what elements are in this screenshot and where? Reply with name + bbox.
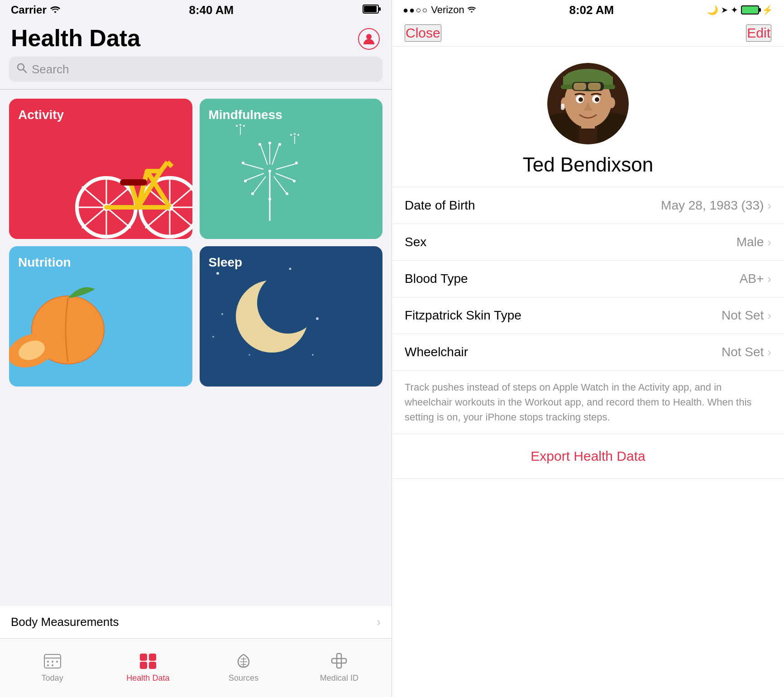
svg-point-68 bbox=[216, 272, 219, 275]
info-list: Date of Birth May 28, 1983 (33) › Sex Ma… bbox=[392, 187, 784, 697]
svg-rect-2 bbox=[379, 7, 381, 11]
blood-type-value: AB+ bbox=[740, 272, 764, 286]
carrier-label: Carrier bbox=[11, 4, 47, 16]
svg-rect-91 bbox=[337, 654, 341, 668]
blood-type-chevron: › bbox=[767, 272, 771, 286]
dob-row[interactable]: Date of Birth May 28, 1983 (33) › bbox=[392, 187, 784, 224]
svg-point-85 bbox=[52, 664, 53, 666]
svg-point-53 bbox=[268, 198, 271, 201]
svg-line-13 bbox=[106, 186, 131, 207]
avatar-image bbox=[547, 63, 629, 144]
svg-point-73 bbox=[316, 317, 319, 320]
skin-type-row[interactable]: Fitzpatrick Skin Type Not Set › bbox=[392, 297, 784, 334]
health-data-tab-icon bbox=[139, 653, 157, 671]
time-left: 8:40 AM bbox=[189, 3, 234, 17]
skin-type-chevron: › bbox=[767, 309, 771, 323]
carrier-right: ●●○○ Verizon bbox=[403, 4, 476, 16]
svg-line-39 bbox=[253, 177, 266, 193]
svg-point-78 bbox=[257, 272, 319, 334]
tab-today[interactable]: Today bbox=[5, 653, 100, 683]
today-icon bbox=[43, 653, 62, 671]
svg-line-37 bbox=[276, 164, 296, 169]
svg-rect-33 bbox=[120, 179, 147, 186]
dob-value: May 28, 1983 (33) bbox=[661, 198, 764, 213]
svg-point-106 bbox=[595, 97, 599, 102]
tab-health-data[interactable]: Health Data bbox=[100, 653, 196, 683]
svg-point-62 bbox=[294, 133, 296, 135]
sex-label: Sex bbox=[405, 235, 426, 249]
sleep-tile[interactable]: Sleep bbox=[200, 246, 383, 387]
carrier-text: Carrier bbox=[11, 4, 60, 16]
signal-dots: ●●○○ bbox=[403, 5, 428, 15]
svg-point-75 bbox=[249, 354, 250, 356]
svg-rect-101 bbox=[574, 83, 586, 90]
blood-type-label: Blood Type bbox=[405, 272, 468, 286]
wheelchair-note: Track pushes instead of steps on Apple W… bbox=[392, 371, 784, 434]
skin-type-value: Not Set bbox=[722, 308, 764, 323]
svg-rect-109 bbox=[561, 104, 564, 110]
body-measurements-label: Body Measurements bbox=[11, 615, 119, 629]
profile-icon-button[interactable] bbox=[357, 27, 381, 51]
location-icon: ➤ bbox=[721, 5, 728, 15]
moon-icon: 🌙 bbox=[707, 5, 718, 15]
search-bar[interactable]: Search bbox=[9, 57, 382, 82]
svg-point-3 bbox=[366, 34, 372, 39]
medical-id-tab-label: Medical ID bbox=[320, 673, 359, 683]
svg-rect-1 bbox=[364, 6, 377, 12]
blood-type-row[interactable]: Blood Type AB+ › bbox=[392, 261, 784, 297]
tile-grid: Activity bbox=[9, 99, 382, 387]
activity-tile[interactable]: Activity bbox=[9, 99, 192, 239]
right-panel: ●●○○ Verizon 8:02 AM 🌙 ➤ ✦ ⚡ Close Edit bbox=[392, 0, 784, 697]
left-panel: Carrier 8:40 AM Health Data bbox=[0, 0, 392, 697]
skin-type-label: Fitzpatrick Skin Type bbox=[405, 308, 521, 323]
svg-point-81 bbox=[47, 661, 49, 663]
close-button[interactable]: Close bbox=[405, 24, 441, 42]
svg-point-74 bbox=[212, 336, 214, 338]
svg-point-34 bbox=[268, 170, 271, 172]
svg-line-14 bbox=[82, 207, 106, 228]
svg-line-5 bbox=[24, 70, 27, 73]
svg-point-76 bbox=[312, 354, 314, 356]
profile-section: Ted Bendixson bbox=[392, 47, 784, 187]
nutrition-tile[interactable]: Nutrition bbox=[9, 246, 192, 387]
wheelchair-label: Wheelchair bbox=[405, 345, 468, 359]
svg-rect-92 bbox=[332, 659, 346, 663]
svg-rect-102 bbox=[588, 83, 601, 90]
nutrition-label: Nutrition bbox=[18, 255, 183, 270]
page-title: Health Data bbox=[11, 25, 140, 51]
mindfulness-label: Mindfulness bbox=[209, 108, 374, 122]
svg-rect-86 bbox=[140, 654, 147, 661]
tab-bar: Today Health Data bbox=[0, 638, 392, 697]
sources-icon bbox=[234, 653, 253, 671]
search-placeholder: Search bbox=[32, 62, 69, 76]
svg-line-12 bbox=[82, 186, 106, 207]
nav-bar-right: Close Edit bbox=[392, 20, 784, 47]
time-right: 8:02 AM bbox=[569, 3, 614, 17]
mindfulness-tile[interactable]: Mindfulness bbox=[200, 99, 383, 239]
svg-line-25 bbox=[170, 207, 192, 228]
search-icon bbox=[16, 62, 27, 76]
bluetooth-icon: ✦ bbox=[731, 5, 738, 15]
wheelchair-value-wrap: Not Set › bbox=[722, 345, 771, 359]
sex-value: Male bbox=[736, 235, 764, 249]
skin-type-value-wrap: Not Set › bbox=[722, 308, 771, 323]
body-measurements-row[interactable]: Body Measurements › bbox=[0, 606, 392, 638]
battery-left bbox=[363, 5, 381, 15]
svg-line-42 bbox=[276, 173, 293, 180]
svg-point-58 bbox=[239, 124, 241, 126]
svg-line-38 bbox=[274, 177, 286, 193]
tab-medical-id[interactable]: Medical ID bbox=[292, 653, 387, 683]
svg-line-15 bbox=[106, 207, 131, 228]
svg-line-44 bbox=[246, 173, 264, 180]
svg-point-59 bbox=[243, 125, 245, 127]
edit-button[interactable]: Edit bbox=[746, 24, 771, 42]
status-icons-right: 🌙 ➤ ✦ ⚡ bbox=[707, 5, 773, 15]
tab-sources[interactable]: Sources bbox=[196, 653, 292, 683]
export-button[interactable]: Export Health Data bbox=[531, 449, 645, 464]
svg-point-48 bbox=[286, 192, 288, 195]
wheelchair-row[interactable]: Wheelchair Not Set › bbox=[392, 334, 784, 371]
sleep-label: Sleep bbox=[209, 255, 374, 270]
sex-row[interactable]: Sex Male › bbox=[392, 224, 784, 261]
svg-line-40 bbox=[244, 164, 263, 169]
charge-icon: ⚡ bbox=[762, 5, 773, 15]
